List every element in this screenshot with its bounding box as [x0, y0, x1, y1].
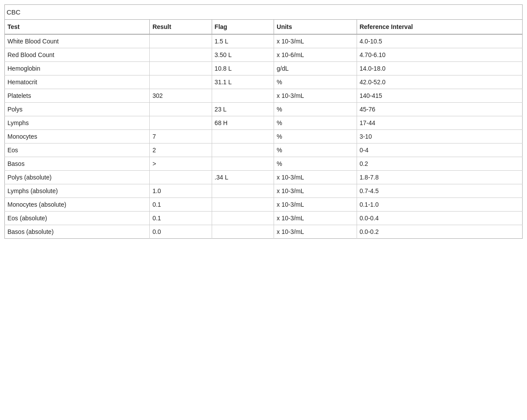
ref-cell: 4.0-10.5 [357, 34, 522, 48]
test-cell: Polys [5, 103, 150, 116]
col-header-test: Test [5, 20, 150, 35]
ref-cell: 0.0-0.4 [357, 212, 522, 225]
result-cell: 7 [150, 130, 212, 144]
test-cell: Eos (absolute) [5, 212, 150, 225]
table-row: Polys23 L%45-76 [5, 103, 523, 116]
cbc-table: Test Result Flag Units Reference Interva… [4, 19, 523, 239]
test-cell: Hemoglobin [5, 62, 150, 75]
table-row: Eos2%0-4 [5, 144, 523, 157]
col-header-units: Units [274, 20, 357, 35]
units-cell: % [274, 75, 357, 89]
section-title: CBC [4, 4, 523, 19]
ref-cell: 3-10 [357, 130, 522, 144]
ref-cell: 14.0-18.0 [357, 62, 522, 75]
units-cell: % [274, 103, 357, 116]
col-header-ref: Reference Interval [357, 20, 522, 35]
units-cell: x 10-3/mL [274, 198, 357, 212]
flag-cell: 68 H [212, 116, 274, 130]
page-container: CBC Test Result Flag Units Reference Int… [4, 4, 523, 239]
ref-cell: 17-44 [357, 116, 522, 130]
test-cell: Monocytes (absolute) [5, 198, 150, 212]
table-row: Platelets302x 10-3/mL140-415 [5, 89, 523, 103]
flag-cell [212, 130, 274, 144]
result-cell [150, 171, 212, 184]
flag-cell [212, 225, 274, 239]
units-cell: % [274, 144, 357, 157]
ref-cell: 0.2 [357, 157, 522, 171]
flag-cell [212, 89, 274, 103]
test-cell: Red Blood Count [5, 48, 150, 62]
table-row: Polys (absolute).34 Lx 10-3/mL1.8-7.8 [5, 171, 523, 184]
table-row: Basos>%0.2 [5, 157, 523, 171]
table-row: Hemoglobin10.8 Lg/dL14.0-18.0 [5, 62, 523, 75]
ref-cell: 0-4 [357, 144, 522, 157]
ref-cell: 42.0-52.0 [357, 75, 522, 89]
ref-cell: 4.70-6.10 [357, 48, 522, 62]
units-cell: x 10-3/mL [274, 225, 357, 239]
result-cell: 1.0 [150, 184, 212, 198]
result-cell: > [150, 157, 212, 171]
col-header-result: Result [150, 20, 212, 35]
flag-cell [212, 144, 274, 157]
result-cell [150, 34, 212, 48]
units-cell: g/dL [274, 62, 357, 75]
test-cell: Lymphs [5, 116, 150, 130]
table-row: Lymphs68 H%17-44 [5, 116, 523, 130]
units-cell: x 10-6/mL [274, 48, 357, 62]
table-row: Basos (absolute)0.0x 10-3/mL0.0-0.2 [5, 225, 523, 239]
test-cell: Basos [5, 157, 150, 171]
result-cell: 0.1 [150, 198, 212, 212]
flag-cell [212, 184, 274, 198]
test-cell: Lymphs (absolute) [5, 184, 150, 198]
ref-cell: 45-76 [357, 103, 522, 116]
test-cell: Eos [5, 144, 150, 157]
table-body: White Blood Count1.5 Lx 10-3/mL4.0-10.5R… [5, 34, 523, 239]
test-cell: Polys (absolute) [5, 171, 150, 184]
ref-cell: 0.0-0.2 [357, 225, 522, 239]
units-cell: x 10-3/mL [274, 184, 357, 198]
flag-cell: .34 L [212, 171, 274, 184]
ref-cell: 140-415 [357, 89, 522, 103]
result-cell [150, 75, 212, 89]
result-cell [150, 116, 212, 130]
header-row: Test Result Flag Units Reference Interva… [5, 20, 523, 35]
table-row: Red Blood Count3.50 Lx 10-6/mL4.70-6.10 [5, 48, 523, 62]
table-row: Monocytes7%3-10 [5, 130, 523, 144]
table-row: White Blood Count1.5 Lx 10-3/mL4.0-10.5 [5, 34, 523, 48]
result-cell [150, 48, 212, 62]
result-cell: 0.1 [150, 212, 212, 225]
result-cell: 2 [150, 144, 212, 157]
units-cell: % [274, 130, 357, 144]
units-cell: x 10-3/mL [274, 34, 357, 48]
units-cell: x 10-3/mL [274, 89, 357, 103]
flag-cell: 31.1 L [212, 75, 274, 89]
flag-cell: 3.50 L [212, 48, 274, 62]
units-cell: % [274, 157, 357, 171]
flag-cell: 23 L [212, 103, 274, 116]
table-row: Eos (absolute)0.1x 10-3/mL0.0-0.4 [5, 212, 523, 225]
flag-cell: 1.5 L [212, 34, 274, 48]
table-row: Hematocrit31.1 L%42.0-52.0 [5, 75, 523, 89]
flag-cell [212, 157, 274, 171]
test-cell: Hematocrit [5, 75, 150, 89]
flag-cell: 10.8 L [212, 62, 274, 75]
result-cell: 0.0 [150, 225, 212, 239]
units-cell: x 10-3/mL [274, 212, 357, 225]
flag-cell [212, 212, 274, 225]
test-cell: White Blood Count [5, 34, 150, 48]
units-cell: x 10-3/mL [274, 171, 357, 184]
table-row: Lymphs (absolute)1.0x 10-3/mL0.7-4.5 [5, 184, 523, 198]
result-cell [150, 103, 212, 116]
result-cell [150, 62, 212, 75]
flag-cell [212, 198, 274, 212]
table-header: Test Result Flag Units Reference Interva… [5, 20, 523, 35]
ref-cell: 1.8-7.8 [357, 171, 522, 184]
ref-cell: 0.7-4.5 [357, 184, 522, 198]
test-cell: Monocytes [5, 130, 150, 144]
result-cell: 302 [150, 89, 212, 103]
ref-cell: 0.1-1.0 [357, 198, 522, 212]
test-cell: Platelets [5, 89, 150, 103]
table-row: Monocytes (absolute)0.1x 10-3/mL0.1-1.0 [5, 198, 523, 212]
test-cell: Basos (absolute) [5, 225, 150, 239]
units-cell: % [274, 116, 357, 130]
